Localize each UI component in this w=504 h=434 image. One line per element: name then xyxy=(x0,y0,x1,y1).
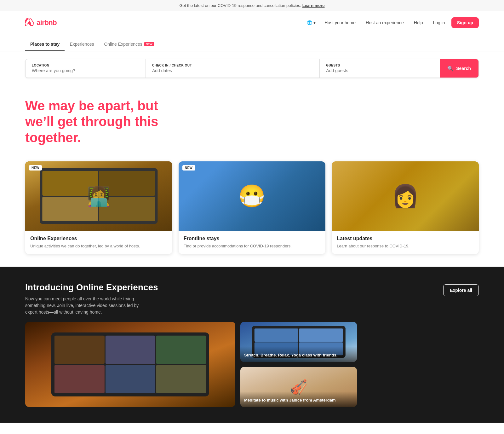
tab-label-experiences: Experiences xyxy=(70,42,94,47)
airbnb-logo-icon xyxy=(25,16,35,29)
search-section: LOCATION Where are you going? CHECK IN /… xyxy=(0,51,504,85)
cello-card-label: Meditate to music with Janice from Amste… xyxy=(240,391,357,407)
card-image-frontline: NEW xyxy=(179,161,326,231)
login-button[interactable]: Log in xyxy=(429,18,449,28)
guests-field[interactable]: GUESTS Add guests xyxy=(320,59,440,78)
globe-icon: 🌐 xyxy=(307,20,312,25)
yoga-card[interactable]: Stretch. Breathe. Relax. Yoga class with… xyxy=(240,322,357,362)
card-badge-online-exp: NEW xyxy=(29,165,42,171)
hero-section: We may be apart, but we’ll get through t… xyxy=(0,85,504,155)
cards-section: NEW Online Experiences Unique activities… xyxy=(0,155,504,267)
online-exp-subtitle: Now you can meet people all over the wor… xyxy=(25,296,151,315)
location-field[interactable]: LOCATION Where are you going? xyxy=(26,59,146,78)
tab-online-experiences[interactable]: Online Experiences NEW xyxy=(99,38,159,51)
tab-experiences[interactable]: Experiences xyxy=(65,38,99,51)
card-content-frontline: Frontline stays Find or provide accommod… xyxy=(179,231,326,254)
cello-card[interactable]: 🎻 Meditate to music with Janice from Ams… xyxy=(240,367,357,407)
tabs-section: Places to stay Experiences Online Experi… xyxy=(0,34,504,51)
card-title-frontline: Frontline stays xyxy=(184,236,321,241)
globe-chevron: ▾ xyxy=(313,20,316,25)
location-placeholder: Where are you going? xyxy=(32,68,139,73)
guests-label: GUESTS xyxy=(326,64,348,67)
location-label: LOCATION xyxy=(32,64,139,67)
card-online-experiences[interactable]: NEW Online Experiences Unique activities… xyxy=(25,161,172,254)
help-button[interactable]: Help xyxy=(410,18,427,28)
guests-placeholder: Add guests xyxy=(326,68,348,73)
search-icon: 🔍 xyxy=(447,66,454,72)
main-nav: 🌐 ▾ Host your home Host an experience He… xyxy=(304,17,479,28)
dates-field[interactable]: CHECK IN / CHECK OUT Add dates xyxy=(146,59,320,78)
host-experience-button[interactable]: Host an experience xyxy=(362,18,408,28)
card-title-updates: Latest updates xyxy=(337,236,474,241)
new-badge: NEW xyxy=(144,42,154,46)
covid-banner: Get the latest on our COVID-19 response … xyxy=(0,0,504,11)
online-exp-grid: Stretch. Breathe. Relax. Yoga class with… xyxy=(25,322,479,407)
card-frontline[interactable]: NEW Frontline stays Find or provide acco… xyxy=(179,161,326,254)
tab-places-to-stay[interactable]: Places to stay xyxy=(25,38,65,51)
hero-title: We may be apart, but we’ll get through t… xyxy=(25,98,183,146)
host-home-button[interactable]: Host your home xyxy=(321,18,359,28)
card-image-online-exp: NEW xyxy=(25,161,172,231)
card-desc-frontline: Find or provide accommodations for COVID… xyxy=(184,243,321,249)
search-button-label: Search xyxy=(456,66,471,71)
card-content-updates: Latest updates Learn about our response … xyxy=(332,231,479,254)
main-header: airbnb 🌐 ▾ Host your home Host an experi… xyxy=(0,11,504,34)
card-image-updates xyxy=(332,161,479,231)
online-exp-header: Introducing Online Experiences Now you c… xyxy=(25,282,479,315)
logo-text: airbnb xyxy=(37,19,57,27)
banner-text: Get the latest on our COVID-19 response … xyxy=(179,3,301,8)
tab-label-places: Places to stay xyxy=(30,42,60,47)
search-button[interactable]: 🔍 Search xyxy=(440,59,478,78)
online-experiences-section: Introducing Online Experiences Now you c… xyxy=(0,267,504,423)
card-badge-frontline: NEW xyxy=(182,165,195,171)
card-updates[interactable]: Latest updates Learn about our response … xyxy=(332,161,479,254)
learn-more-link[interactable]: Learn more xyxy=(302,3,325,8)
yoga-card-label: Stretch. Breathe. Relax. Yoga class with… xyxy=(240,346,357,362)
explore-all-button[interactable]: Explore all xyxy=(443,284,479,296)
tab-label-online: Online Experiences xyxy=(104,42,142,47)
language-selector[interactable]: 🌐 ▾ xyxy=(304,18,318,28)
logo[interactable]: airbnb xyxy=(25,16,57,29)
card-desc-updates: Learn about our response to COVID-19. xyxy=(337,243,474,249)
search-bar: LOCATION Where are you going? CHECK IN /… xyxy=(25,59,479,78)
online-exp-large-img xyxy=(25,322,235,407)
dates-placeholder: Add dates xyxy=(152,68,313,73)
signup-button[interactable]: Sign up xyxy=(451,17,479,28)
card-content-online-exp: Online Experiences Unique activities we … xyxy=(25,231,172,254)
dates-label: CHECK IN / CHECK OUT xyxy=(152,64,313,67)
online-exp-header-text: Introducing Online Experiences Now you c… xyxy=(25,282,158,315)
card-title-online-exp: Online Experiences xyxy=(30,236,167,241)
card-desc-online-exp: Unique activities we can do together, le… xyxy=(30,243,167,249)
online-exp-large-card[interactable] xyxy=(25,322,235,407)
online-exp-title: Introducing Online Experiences xyxy=(25,282,158,292)
tabs-container: Places to stay Experiences Online Experi… xyxy=(25,38,479,51)
small-exp-cards-column: Stretch. Breathe. Relax. Yoga class with… xyxy=(240,322,357,407)
